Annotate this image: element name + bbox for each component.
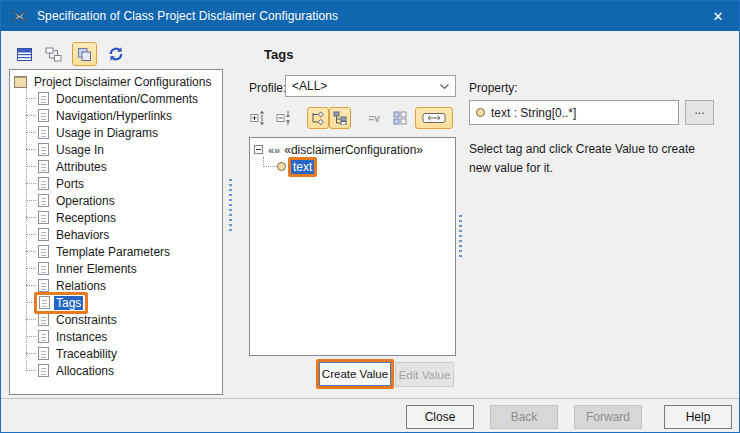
sidebar-item-traceability[interactable]: Traceability: [10, 345, 222, 362]
properties-table-icon[interactable]: [14, 43, 34, 65]
document-icon: [38, 364, 49, 377]
document-icon: [38, 262, 49, 275]
tree-connector: [26, 234, 36, 235]
document-icon: [38, 177, 49, 190]
group-by-icon[interactable]: [389, 107, 411, 129]
document-icon: [38, 160, 49, 173]
tree-connector: [26, 132, 36, 133]
page-title: Tags: [264, 47, 293, 62]
tree-view-icon[interactable]: [329, 107, 351, 129]
tree-connector: [26, 149, 36, 150]
create-value-button[interactable]: Create Value: [319, 362, 391, 386]
tree-connector: [26, 251, 36, 252]
tree-connector: [26, 336, 36, 337]
sidebar-root-label: Project Disclaimer Configurations: [32, 75, 213, 89]
profile-value: <ALL>: [292, 79, 327, 93]
tree-connector: [26, 285, 36, 286]
sidebar-item-ports[interactable]: Ports: [10, 175, 222, 192]
sidebar-item-usage-in[interactable]: Usage In: [10, 141, 222, 158]
tree-connector: [263, 157, 277, 167]
tag-icon: [277, 162, 286, 171]
tree-connector: [26, 200, 36, 201]
stereotype-icon: «»: [268, 144, 280, 156]
tree-connector: [26, 217, 36, 218]
window-title: Specification of Class Project Disclaime…: [37, 9, 338, 23]
panel-splitter-handle[interactable]: [229, 179, 232, 231]
sidebar-item-behaviors[interactable]: Behaviors: [10, 226, 222, 243]
close-icon[interactable]: ✕: [697, 1, 739, 31]
document-icon: [38, 313, 49, 326]
expand-nodes-icon[interactable]: [247, 107, 269, 129]
sidebar-item-template-parameters[interactable]: Template Parameters: [10, 243, 222, 260]
flat-diamond-view-icon[interactable]: [307, 107, 329, 129]
title-bar: Specification of Class Project Disclaime…: [1, 1, 739, 31]
specification-nav-tree: Project Disclaimer Configurations Docume…: [9, 69, 223, 395]
main-toolbar: [14, 39, 126, 69]
document-icon: [38, 228, 49, 241]
tree-connector: [26, 183, 36, 184]
property-label: Property:: [469, 81, 518, 95]
document-icon: [38, 211, 49, 224]
tree-connector: [26, 98, 36, 99]
sidebar-item-tags[interactable]: Tags: [10, 294, 222, 311]
sidebar-item-constraints[interactable]: Constraints: [10, 311, 222, 328]
browse-property-button[interactable]: ...: [685, 100, 714, 125]
document-icon: [38, 109, 49, 122]
default-value-icon[interactable]: =v: [363, 107, 385, 129]
edit-value-button: Edit Value: [395, 362, 454, 387]
annotation-highlight: Tags: [34, 292, 88, 314]
document-icon: [38, 194, 49, 207]
collapse-nodes-icon[interactable]: [273, 107, 295, 129]
property-field[interactable]: text : String[0..*]: [469, 100, 679, 125]
annotation-highlight: text: [288, 157, 317, 177]
tree-connector: [26, 370, 36, 371]
document-icon: [38, 245, 49, 258]
tags-toolbar: =v: [247, 105, 453, 131]
property-value: text : String[0..*]: [491, 106, 576, 120]
stereotype-node[interactable]: «» «disclaimerConfiguration»: [254, 141, 455, 158]
hint-text: Select tag and click Create Value to cre…: [469, 140, 713, 177]
tree-connector: [26, 166, 36, 167]
annotation-highlight: Create Value: [316, 359, 394, 389]
specification-dialog: Specification of Class Project Disclaime…: [0, 0, 740, 433]
sidebar-item-usage-in-diagrams[interactable]: Usage in Diagrams: [10, 124, 222, 141]
document-icon: [38, 330, 49, 343]
tree-connector: [26, 353, 36, 354]
document-icon: [38, 279, 49, 292]
sidebar-item-root[interactable]: Project Disclaimer Configurations: [10, 73, 222, 90]
tags-tree-panel: «» «disclaimerConfiguration» text: [249, 137, 456, 356]
show-value-cell-icon[interactable]: [415, 107, 453, 129]
sidebar-item-instances[interactable]: Instances: [10, 328, 222, 345]
back-button: Back: [490, 405, 558, 429]
document-icon: [38, 92, 49, 105]
document-icon: [38, 143, 49, 156]
sidebar-item-receptions[interactable]: Receptions: [10, 209, 222, 226]
sidebar-item-operations[interactable]: Operations: [10, 192, 222, 209]
stereotype-label: «disclaimerConfiguration»: [284, 143, 423, 157]
hierarchy-view-icon[interactable]: [43, 43, 63, 65]
sidebar-item-navigation[interactable]: Navigation/Hyperlinks: [10, 107, 222, 124]
standard-copy-icon[interactable]: [72, 42, 97, 66]
help-button[interactable]: Help: [664, 405, 732, 429]
sidebar-item-inner-elements[interactable]: Inner Elements: [10, 260, 222, 277]
profile-label: Profile:: [249, 81, 286, 95]
tree-connector: [26, 319, 36, 320]
document-icon: [39, 296, 50, 309]
tag-property-icon: [476, 108, 485, 117]
refresh-icon[interactable]: [106, 43, 126, 65]
tag-node-text[interactable]: text: [254, 158, 455, 175]
dialog-footer: Close Back Forward Help: [1, 398, 739, 432]
magicdraw-logo-icon: [11, 8, 28, 24]
sidebar-item-attributes[interactable]: Attributes: [10, 158, 222, 175]
close-button[interactable]: Close: [406, 405, 474, 429]
tree-connector: [26, 115, 36, 116]
document-icon: [38, 347, 49, 360]
tree-connector: [26, 268, 36, 269]
panel-splitter-handle[interactable]: [459, 215, 462, 257]
sidebar-item-documentation[interactable]: Documentation/Comments: [10, 90, 222, 107]
collapse-toggle-icon[interactable]: [254, 145, 263, 154]
sidebar-item-allocations[interactable]: Allocations: [10, 362, 222, 379]
profile-select[interactable]: <ALL>: [285, 75, 456, 97]
document-icon: [38, 126, 49, 139]
forward-button: Forward: [574, 405, 642, 429]
